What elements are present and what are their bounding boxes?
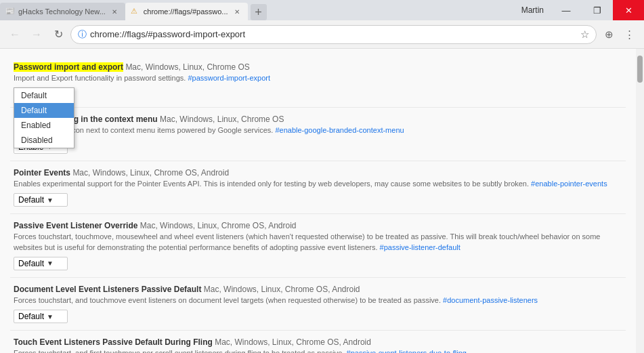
flag-platforms-fling: Mac, Windows, Linux, Chrome OS, Android [215,337,371,347]
address-icon: ⓘ [78,28,87,41]
flag-title-text-doc-passive: Document Level Event Listeners Passive D… [14,285,201,294]
tab-close-flags[interactable]: ✕ [232,6,242,17]
close-button[interactable]: ✕ [613,0,644,20]
dropdown-btn-pointer-events[interactable]: Default ▼ [14,193,68,207]
tab-label-flags: chrome://flags/#passwo... [144,7,228,16]
forward-button[interactable]: → [27,25,46,44]
dropdown-arrow-doc-passive: ▼ [47,313,53,320]
flag-link-passive-listener[interactable]: #passive-listener-default [380,243,460,251]
refresh-button[interactable]: ↻ [49,25,68,44]
flag-platforms-google-branding: Mac, Windows, Linux, Chrome OS [160,115,284,124]
dropdown-btn-passive-listener[interactable]: Default ▼ [14,257,68,270]
flag-title-text-pointer-events: Pointer Events [14,168,70,178]
flag-entry-password: Password import and export Mac, Windows,… [10,56,626,108]
main-content: Password import and export Mac, Windows,… [0,49,636,353]
flag-title-passive-listener: Passive Event Listener Override Mac, Win… [14,221,622,230]
flag-platforms-doc-passive: Mac, Windows, Linux, Chrome OS, Android [204,285,360,294]
flag-title-text-password: Password import and export [14,62,123,72]
flag-entry-google-branding: Google branding in the context menu Mac,… [10,108,626,161]
flag-platforms-pointer-events: Mac, Windows, Linux, Chrome OS, Android [72,168,229,178]
dropdown-menu-password: Default Default Enabled Disabled [14,87,74,148]
flag-link-doc-passive[interactable]: #document-passive-listeners [443,296,538,304]
dropdown-password[interactable]: Default ▼ Default Default Enabled Disabl… [14,87,68,100]
scrollbar-track[interactable] [636,49,644,353]
flag-title-google-branding: Google branding in the context menu Mac,… [14,115,622,124]
dropdown-option-disabled[interactable]: Disabled [14,133,74,148]
flag-title-text-passive-listener: Passive Event Listener Override [14,221,137,230]
flag-entry-pointer-events: Pointer Events Mac, Windows, Linux, Chro… [10,161,626,214]
flag-entry-fling: Touch Event Listeners Passive Default Du… [10,331,626,353]
dropdown-arrow-passive-listener: ▼ [47,259,53,267]
flag-link-password[interactable]: #password-import-export [188,74,270,82]
dropdown-btn-doc-passive[interactable]: Default ▼ [14,310,68,323]
flag-title-doc-passive: Document Level Event Listeners Passive D… [14,285,622,294]
flag-link-google-branding[interactable]: #enable-google-branded-context-menu [275,126,404,134]
dropdown-doc-passive[interactable]: Default ▼ [14,310,68,323]
flag-entry-passive-listener: Passive Event Listener Override Mac, Win… [10,214,626,278]
flag-description-fling: Forces touchstart, and first touchmove p… [14,348,622,353]
user-name: Martin [515,5,551,15]
address-text: chrome://flags/#password-import-export [90,29,577,39]
dropdown-arrow-pointer-events: ▼ [47,196,53,204]
flag-description-pointer-events: Enables experimental support for the Poi… [14,179,622,189]
tab-close-ghacks[interactable]: ✕ [109,6,120,17]
title-bar: 📰 gHacks Technology New... ✕ ⚠ chrome://… [0,0,644,20]
dropdown-value-pointer-events: Default [18,195,44,205]
flag-link-fling[interactable]: #passive-event-listeners-due-to-fling [347,349,467,353]
flag-title-text-fling: Touch Event Listeners Passive Default Du… [14,337,213,347]
dropdown-passive-listener[interactable]: Default ▼ [14,257,68,270]
new-tab-button[interactable]: + [251,4,267,20]
back-button[interactable]: ← [5,25,24,44]
tab-ghacks[interactable]: 📰 gHacks Technology New... ✕ [0,3,125,20]
flag-title-password: Password import and export Mac, Windows,… [14,62,622,72]
nav-right-buttons: ⊕ ⋮ [599,25,639,44]
tab-label-ghacks: gHacks Technology New... [18,7,106,16]
tabs-area: 📰 gHacks Technology New... ✕ ⚠ chrome://… [0,0,515,20]
content-area: Password import and export Mac, Windows,… [0,49,644,353]
dropdown-pointer-events[interactable]: Default ▼ [14,193,68,207]
flag-description-doc-passive: Forces touchstart, and touchmove event l… [14,295,622,306]
flag-description-password: Import and Export functionality in passw… [14,73,622,83]
flag-link-pointer-events[interactable]: #enable-pointer-events [531,180,607,188]
flag-platforms-password: Mac, Windows, Linux, Chrome OS [125,62,249,72]
nav-bar: ← → ↻ ⓘ chrome://flags/#password-import-… [0,20,644,49]
tab-favicon-flags: ⚠ [131,7,140,16]
flag-platforms-passive-listener: Mac, Windows, Linux, Chrome OS, Android [140,221,297,230]
scrollbar-thumb[interactable] [637,56,643,83]
tab-flags[interactable]: ⚠ chrome://flags/#passwo... ✕ [125,3,248,20]
minimize-button[interactable]: — [551,0,582,20]
window-controls: Martin — ❐ ✕ [515,0,644,20]
tab-favicon-ghacks: 📰 [5,7,15,16]
flag-description-google-branding: Shows a Google icon next to context menu… [14,125,622,136]
flag-description-passive-listener: Forces touchstart, touchmove, mousewheel… [14,232,622,253]
flag-title-pointer-events: Pointer Events Mac, Windows, Linux, Chro… [14,168,622,178]
maximize-button[interactable]: ❐ [582,0,613,20]
dropdown-value-passive-listener: Default [18,259,44,268]
dropdown-option-default-selected[interactable]: Default [14,103,74,118]
dropdown-value-doc-passive: Default [18,312,44,321]
dropdown-option-default[interactable]: Default [14,88,74,103]
flag-title-fling: Touch Event Listeners Passive Default Du… [14,337,622,347]
menu-button[interactable]: ⋮ [620,25,639,44]
dropdown-option-enabled[interactable]: Enabled [14,118,74,133]
flag-entry-doc-passive: Document Level Event Listeners Passive D… [10,278,626,331]
extensions-button[interactable]: ⊕ [599,25,618,44]
address-bar[interactable]: ⓘ chrome://flags/#password-import-export… [70,25,597,44]
bookmark-icon[interactable]: ☆ [580,28,589,41]
